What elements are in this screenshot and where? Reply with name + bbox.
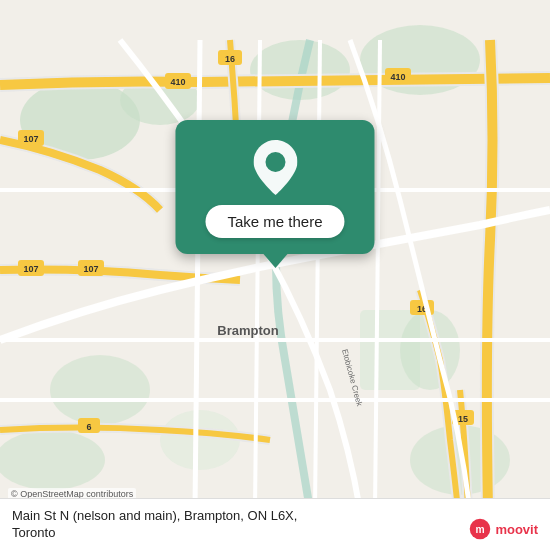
moovit-text: moovit bbox=[495, 522, 538, 537]
svg-text:107: 107 bbox=[83, 264, 98, 274]
svg-text:m: m bbox=[476, 524, 485, 535]
address-line: Main St N (nelson and main), Brampton, O… bbox=[12, 507, 538, 525]
map-svg: 410 410 107 107 107 16 16 6 bbox=[0, 0, 550, 550]
svg-text:16: 16 bbox=[225, 54, 235, 64]
svg-text:410: 410 bbox=[170, 77, 185, 87]
popup-container: Take me there bbox=[175, 120, 374, 268]
svg-text:Brampton: Brampton bbox=[217, 323, 278, 338]
bottom-bar: Main St N (nelson and main), Brampton, O… bbox=[0, 498, 550, 550]
popup-pointer bbox=[263, 254, 287, 268]
city-line: Toronto bbox=[12, 525, 538, 540]
svg-text:410: 410 bbox=[390, 72, 405, 82]
take-me-there-button[interactable]: Take me there bbox=[205, 205, 344, 238]
moovit-icon: m bbox=[469, 518, 491, 540]
location-pin-icon bbox=[253, 140, 297, 195]
svg-text:107: 107 bbox=[23, 134, 38, 144]
svg-text:107: 107 bbox=[23, 264, 38, 274]
svg-point-7 bbox=[50, 355, 150, 425]
green-card: Take me there bbox=[175, 120, 374, 254]
map-container: 410 410 107 107 107 16 16 6 bbox=[0, 0, 550, 550]
svg-point-31 bbox=[265, 152, 285, 172]
svg-text:6: 6 bbox=[86, 422, 91, 432]
svg-point-8 bbox=[0, 430, 105, 490]
svg-text:15: 15 bbox=[458, 414, 468, 424]
moovit-logo: m moovit bbox=[469, 518, 538, 540]
